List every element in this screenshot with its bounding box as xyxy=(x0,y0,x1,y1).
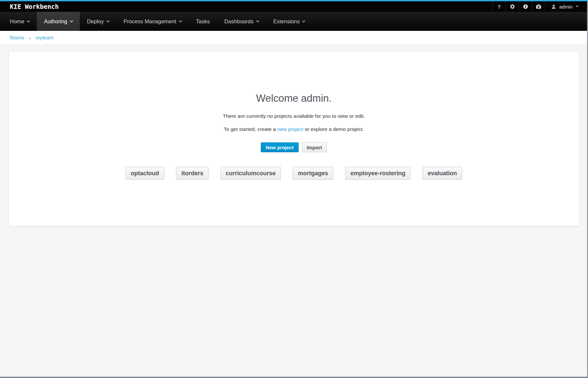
action-buttons: New project Import xyxy=(261,142,327,152)
demo-project-mortgages-button[interactable]: mortgages xyxy=(293,167,333,180)
no-projects-message: There are currently no projects availabl… xyxy=(223,113,365,119)
chevron-down-icon xyxy=(70,19,73,22)
nav-item-dashboards[interactable]: Dashboards xyxy=(217,12,266,31)
empty-projects-panel: Welcome admin. There are currently no pr… xyxy=(9,51,579,226)
breadcrumb-item-myteam[interactable]: myteam xyxy=(35,35,54,41)
demo-project-evaluation-button[interactable]: evaluation xyxy=(422,167,462,180)
import-button[interactable]: Import xyxy=(302,142,327,152)
nav-label: Authoring xyxy=(44,18,67,25)
demo-project-employee-rostering-button[interactable]: employee-rostering xyxy=(345,167,411,180)
get-started-prefix: To get started, create a xyxy=(224,126,277,132)
user-menu[interactable]: admin xyxy=(545,1,584,12)
window-accent-strip xyxy=(0,0,588,1)
demo-project-itorders-button[interactable]: itorders xyxy=(176,167,209,180)
new-project-link[interactable]: new project xyxy=(277,126,303,132)
help-button[interactable]: ? xyxy=(492,1,506,12)
demo-project-optacloud-button[interactable]: optacloud xyxy=(125,167,164,180)
chevron-down-icon xyxy=(106,19,110,22)
chevron-down-icon xyxy=(179,19,182,22)
masthead: KIE Workbench ? xyxy=(0,1,588,12)
get-started-suffix: or explore a demo project. xyxy=(303,126,364,132)
chevron-down-icon xyxy=(576,5,578,7)
info-icon xyxy=(523,4,528,9)
user-name: admin xyxy=(559,4,573,10)
medkit-button[interactable] xyxy=(532,1,545,12)
nav-item-authoring[interactable]: Authoring xyxy=(37,12,80,31)
nav-item-home[interactable]: Home xyxy=(3,12,37,31)
nav-label: Dashboards xyxy=(224,18,254,25)
demo-project-curriculumcourse-button[interactable]: curriculumcourse xyxy=(220,167,281,180)
breadcrumb-item-teams[interactable]: Teams xyxy=(9,35,24,41)
nav-item-extensions[interactable]: Extensions xyxy=(266,12,312,31)
help-icon: ? xyxy=(498,4,501,10)
demo-project-buttons: optacloud itorders curriculumcourse mort… xyxy=(125,167,462,180)
user-icon xyxy=(551,4,556,9)
masthead-utilities: ? xyxy=(492,1,584,12)
breadcrumb-separator: » xyxy=(29,35,31,41)
nav-label: Extensions xyxy=(273,18,300,25)
get-started-message: To get started, create a new project or … xyxy=(224,126,364,132)
nav-item-deploy[interactable]: Deploy xyxy=(80,12,116,31)
chevron-down-icon xyxy=(27,19,30,22)
nav-label: Process Management xyxy=(124,18,176,25)
main-content: Welcome admin. There are currently no pr… xyxy=(0,45,588,377)
breadcrumb: Teams » myteam xyxy=(0,31,588,45)
new-project-button[interactable]: New project xyxy=(261,142,299,152)
primary-navbar: Home Authoring Deploy Process Management… xyxy=(0,12,588,31)
page-title: Welcome admin. xyxy=(256,93,331,104)
nav-label: Deploy xyxy=(87,18,104,25)
settings-button[interactable] xyxy=(506,1,519,12)
gear-icon xyxy=(510,4,515,9)
nav-item-tasks[interactable]: Tasks xyxy=(189,12,217,31)
nav-item-process-management[interactable]: Process Management xyxy=(116,12,189,31)
app-logo: KIE Workbench xyxy=(0,3,59,10)
chevron-down-icon xyxy=(256,19,259,22)
about-button[interactable] xyxy=(519,1,532,12)
nav-label: Home xyxy=(10,18,24,25)
chevron-down-icon xyxy=(302,19,305,22)
medkit-icon xyxy=(536,4,541,9)
nav-label: Tasks xyxy=(196,18,210,25)
window-bottom-edge xyxy=(0,377,588,378)
